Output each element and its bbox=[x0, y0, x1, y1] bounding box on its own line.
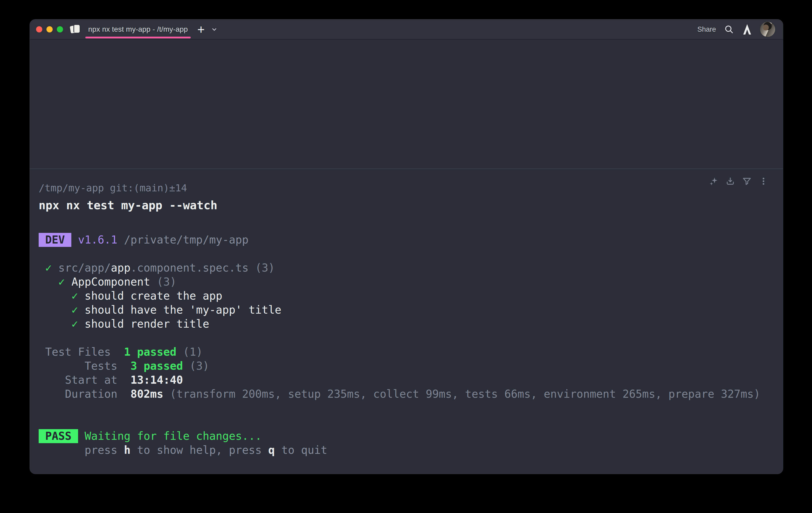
check-icon: ✓ bbox=[71, 290, 85, 302]
titlebar: npx nx test my-app - /t/my-app + Share bbox=[30, 20, 783, 40]
summary-tests-row: Tests 3 passed (3) bbox=[39, 359, 783, 373]
more-options-icon[interactable] bbox=[759, 176, 768, 186]
warp-logo-icon[interactable] bbox=[742, 24, 752, 35]
summary-value: 1 passed bbox=[124, 346, 176, 358]
summary-duration-row: Duration 802ms (transform 200ms, setup 2… bbox=[39, 387, 783, 401]
vitest-dev-line: DEV v1.6.1 /private/tmp/my-app bbox=[39, 233, 783, 247]
share-button[interactable]: Share bbox=[697, 25, 716, 33]
test-suite-count: (3) bbox=[150, 275, 176, 288]
test-file-count: (3) bbox=[249, 262, 275, 274]
summary-start-row: Start at 13:14:40 bbox=[39, 373, 783, 387]
vitest-version: v1.6.1 bbox=[71, 234, 117, 246]
terminal-scrollback-area[interactable] bbox=[30, 40, 783, 168]
new-tab-button[interactable]: + bbox=[197, 23, 205, 35]
watch-message: Waiting for file changes... bbox=[78, 430, 262, 442]
search-icon[interactable] bbox=[724, 24, 734, 34]
terminal-window: npx nx test my-app - /t/my-app + Share bbox=[30, 19, 783, 474]
help-text: press bbox=[85, 444, 124, 456]
test-file-ext: .component.spec.ts bbox=[130, 262, 249, 274]
project-path: /private/tmp/my-app bbox=[117, 234, 249, 246]
help-key-q: q bbox=[268, 444, 275, 456]
ai-sparkle-icon[interactable] bbox=[709, 176, 719, 186]
summary-label: Tests bbox=[39, 359, 130, 372]
block-actions-toolbar bbox=[709, 176, 768, 186]
check-icon: ✓ bbox=[71, 303, 85, 316]
summary-test-files-row: Test Files 1 passed (1) bbox=[39, 345, 783, 359]
check-icon: ✓ bbox=[71, 318, 85, 330]
tab-list-chevron-down-icon[interactable] bbox=[210, 25, 218, 33]
test-file-row: ✓ src/app/app.component.spec.ts (3) bbox=[39, 261, 783, 275]
summary-extra: (1) bbox=[176, 346, 203, 358]
test-case-name: should have the 'my-app' title bbox=[85, 303, 282, 316]
pass-badge: PASS bbox=[39, 429, 78, 443]
download-icon[interactable] bbox=[725, 176, 735, 186]
test-case-row: ✓ should create the app bbox=[39, 289, 783, 303]
zoom-window-button[interactable] bbox=[57, 26, 63, 32]
test-file-name: app bbox=[111, 262, 130, 274]
close-window-button[interactable] bbox=[36, 26, 42, 32]
tab-npx-nx-test[interactable]: npx nx test my-app - /t/my-app bbox=[85, 19, 191, 39]
command-output: DEV v1.6.1 /private/tmp/my-app ✓ src/app… bbox=[39, 233, 783, 457]
summary-extra: (3) bbox=[183, 359, 209, 372]
watch-status-row: PASS Waiting for file changes... bbox=[39, 429, 783, 443]
test-suite-row: ✓ AppComponent (3) bbox=[39, 275, 783, 289]
summary-label: Test Files bbox=[39, 346, 124, 358]
help-text: to show help, press bbox=[130, 444, 268, 456]
watch-help-row: press h to show help, press q to quit bbox=[39, 443, 783, 457]
summary-value: 13:14:40 bbox=[130, 374, 183, 386]
traffic-lights bbox=[36, 26, 63, 32]
command-block[interactable]: /tmp/my-app git:(main)±14 npx nx test my… bbox=[30, 169, 783, 457]
summary-value: 3 passed bbox=[130, 359, 183, 372]
check-icon: ✓ bbox=[45, 262, 58, 274]
command-text[interactable]: npx nx test my-app --watch bbox=[39, 198, 783, 212]
test-case-row: ✓ should render title bbox=[39, 317, 783, 331]
summary-label: Start at bbox=[39, 374, 130, 386]
test-case-name: should render title bbox=[85, 318, 209, 330]
shell-prompt: /tmp/my-app git:(main)±14 bbox=[39, 182, 783, 194]
active-tab-indicator bbox=[85, 36, 191, 38]
summary-label: Duration bbox=[39, 387, 130, 400]
tab-title: npx nx test my-app - /t/my-app bbox=[88, 25, 188, 33]
filter-icon[interactable] bbox=[742, 176, 752, 186]
dev-badge: DEV bbox=[39, 233, 71, 247]
test-file-dir: src/app/ bbox=[58, 262, 111, 274]
test-suite-name: AppComponent bbox=[71, 275, 150, 288]
help-text: to quit bbox=[275, 444, 327, 456]
minimize-window-button[interactable] bbox=[47, 26, 53, 32]
pages-icon bbox=[70, 25, 81, 34]
test-case-name: should create the app bbox=[85, 290, 222, 302]
user-avatar[interactable] bbox=[760, 22, 775, 37]
summary-value: 802ms bbox=[130, 387, 163, 400]
check-icon: ✓ bbox=[58, 275, 71, 288]
summary-extra: (transform 200ms, setup 235ms, collect 9… bbox=[163, 387, 760, 400]
test-case-row: ✓ should have the 'my-app' title bbox=[39, 303, 783, 317]
help-key-h: h bbox=[124, 444, 130, 456]
